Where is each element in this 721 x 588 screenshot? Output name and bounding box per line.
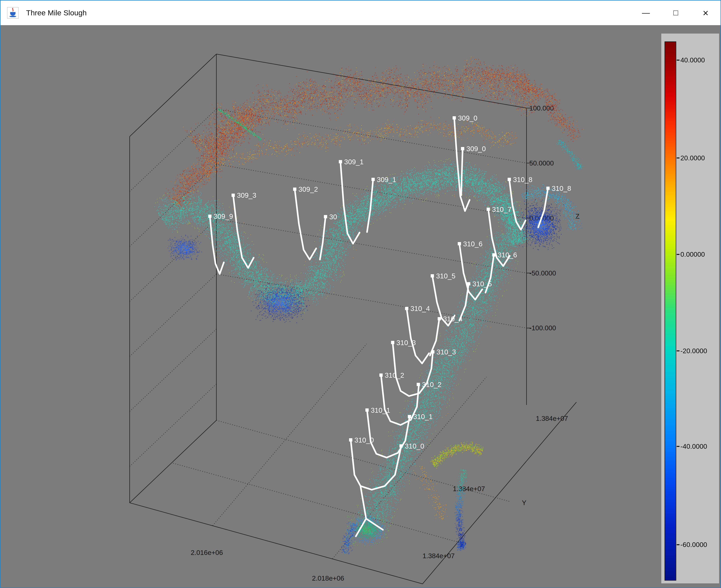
station-square: [492, 253, 496, 256]
station-square: [372, 178, 375, 181]
station-profile-line: [210, 216, 224, 274]
station-square: [461, 147, 464, 150]
station-profile-line: [366, 519, 383, 530]
station-profile-line: [538, 188, 548, 227]
window-frame: 100.00050.00000.00000-50.0000-100.0002.0…: [0, 0, 721, 588]
window-controls: — □ ×: [631, 1, 720, 25]
station-square: [417, 383, 420, 386]
station-profile-line: [356, 486, 366, 536]
title-bar: Three Mile Slough — □ ×: [1, 1, 721, 25]
station-profile-line: [393, 342, 433, 396]
station-square: [349, 438, 352, 441]
station-profile-line: [461, 149, 463, 195]
java-icon: [7, 7, 19, 19]
station-markers-layer: [1, 1, 721, 588]
station-profile-line: [407, 308, 429, 363]
station-square: [379, 374, 383, 377]
station-profile-line: [295, 189, 316, 259]
station-square: [431, 350, 435, 353]
station-square: [391, 341, 395, 344]
station-square: [232, 194, 235, 197]
station-square: [324, 215, 327, 218]
plot-3d-view[interactable]: 100.00050.00000.00000-50.0000-100.0002.0…: [1, 1, 721, 588]
station-square: [405, 307, 408, 310]
station-profile-line: [233, 195, 254, 268]
station-profile-line: [430, 319, 439, 356]
station-square: [458, 242, 461, 245]
station-square: [399, 444, 403, 447]
station-square: [293, 188, 296, 191]
station-square: [208, 215, 212, 218]
station-profile-line: [485, 255, 494, 293]
station-square: [365, 408, 369, 412]
maximize-button[interactable]: □: [661, 1, 690, 25]
java-saucer: [9, 16, 16, 17]
station-profile-line: [459, 244, 482, 300]
station-square: [453, 116, 456, 120]
station-profile-line: [509, 180, 526, 230]
minimize-button[interactable]: —: [631, 1, 661, 25]
station-square: [507, 178, 511, 181]
station-square: [408, 415, 411, 418]
station-profile-line: [432, 276, 455, 326]
station-square: [487, 208, 490, 211]
station-square: [546, 187, 550, 190]
window-title: Three Mile Slough: [26, 8, 87, 17]
station-profile-line: [459, 284, 469, 321]
station-profile-line: [488, 209, 510, 266]
colorbar-gradient: [665, 42, 676, 581]
station-square: [430, 274, 434, 277]
station-square: [467, 282, 470, 286]
station-square: [438, 317, 441, 320]
station-profile-line: [367, 180, 373, 232]
close-button[interactable]: ×: [690, 1, 720, 25]
station-profile-line: [351, 440, 401, 490]
application-window: 100.00050.00000.00000-50.0000-100.0002.0…: [0, 0, 721, 588]
station-profile-line: [340, 162, 360, 244]
station-square: [339, 160, 342, 163]
station-profile-line: [320, 217, 325, 259]
station-profile-line: [381, 375, 419, 425]
